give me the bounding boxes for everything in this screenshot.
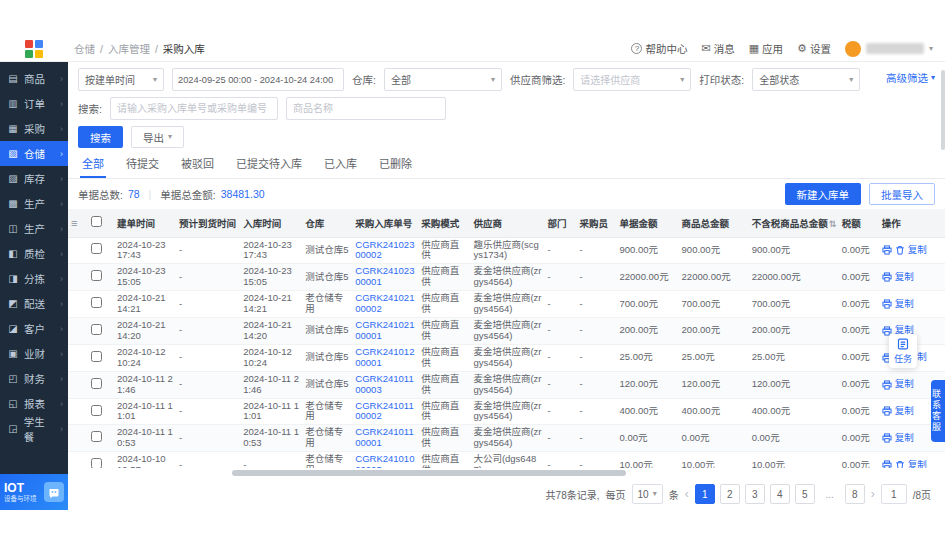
order-no-link[interactable]: CGRK241021 00001 [352,318,418,345]
page-button-1[interactable]: 1 [695,484,715,504]
per-page-select[interactable]: 10 ▾ [632,484,663,504]
iot-footer[interactable]: IOT 设备与环境 [0,474,68,510]
delete-icon[interactable] [895,245,905,255]
prev-page-button[interactable]: ‹ [685,487,689,501]
sidebar-menu: ▤ 商品 › ▥ 订单 › ▦ 采购 › ▧ 仓储 › ▨ 库存 › ▩ 生产 … [0,62,68,474]
copy-link[interactable]: 复制 [908,245,927,256]
row-checkbox[interactable] [91,431,102,442]
row-checkbox[interactable] [91,297,102,308]
date-range-picker[interactable]: 2024-09-25 00:00 - 2024-10-24 24:00 [172,68,344,91]
print-status-select[interactable]: 全部状态 ▾ [752,68,860,91]
vertical-scrollbar-thumb[interactable] [941,70,945,150]
export-button[interactable]: 导出 ▾ [131,126,184,148]
sidebar-item-finance[interactable]: ◰ 财务 › [0,366,68,391]
copy-link[interactable]: 复制 [895,433,914,444]
help-action[interactable]: ? 帮助中心 [631,41,687,56]
page-jump-input[interactable] [881,484,907,504]
cell-tax: 0.00元 [839,344,879,371]
copy-link[interactable]: 复制 [908,460,927,468]
order-no-link[interactable]: CGRK241021 00002 [352,291,418,318]
row-checkbox[interactable] [91,458,102,468]
row-checkbox[interactable] [91,324,102,335]
sort-icon[interactable]: ⇅ [829,219,837,229]
header-action-label: 应用 [762,41,783,56]
warehouse-select[interactable]: 全部 ▾ [384,68,502,91]
cell-build-time: 2024-10-12 10:24 [114,344,176,371]
sidebar-item-quality[interactable]: ◧ 质检 › [0,241,68,266]
horizontal-scrollbar-thumb[interactable] [232,470,626,476]
tab-4[interactable]: 已入库 [322,155,359,178]
sidebar-item-report[interactable]: ◱ 报表 › [0,391,68,416]
page-button-8[interactable]: 8 [845,484,865,504]
cell-tax: 0.00元 [839,425,879,452]
settings-action[interactable]: ⚙ 设置 [797,41,831,56]
page-button-2[interactable]: 2 [720,484,740,504]
order-no-link[interactable]: CGRK241010 00005 [352,452,418,468]
search-input[interactable] [110,97,278,120]
time-type-select[interactable]: 按建单时间 ▾ [78,68,164,91]
row-checkbox[interactable] [91,378,102,389]
advanced-filter-link[interactable]: 高级筛选 ▾ [886,70,935,85]
order-no-link[interactable]: CGRK241012 00001 [352,344,418,371]
print-icon[interactable] [882,460,892,468]
page-button-4[interactable]: 4 [770,484,790,504]
print-icon[interactable] [882,299,892,309]
column-settings-icon[interactable]: ≡ [71,217,77,229]
message-action[interactable]: ✉ 消息 [701,41,734,56]
supplier-select[interactable]: 请选择供应商 ▾ [573,68,691,91]
print-icon[interactable] [882,272,892,282]
order-no-link[interactable]: CGRK241011 00002 [352,398,418,425]
next-page-button[interactable]: › [871,487,875,501]
copy-link[interactable]: 复制 [895,379,914,390]
contact-support-fab[interactable]: 联系客服 [931,380,945,442]
breadcrumb-item[interactable]: 入库管理 [108,41,150,56]
tab-5[interactable]: 已删除 [377,155,414,178]
sidebar-item-warehouse[interactable]: ▧ 仓储 › [0,141,68,166]
sidebar-item-business-finance[interactable]: ▣ 业财 › [0,341,68,366]
print-icon[interactable] [882,245,892,255]
task-fab[interactable]: 任务 [889,334,917,368]
row-checkbox[interactable] [91,243,102,254]
order-no-link[interactable]: CGRK241011 00003 [352,371,418,398]
tab-1[interactable]: 待提交 [124,155,161,178]
sidebar-item-goods[interactable]: ▤ 商品 › [0,66,68,91]
row-checkbox[interactable] [91,351,102,362]
user-menu[interactable]: ▾ [845,41,933,57]
select-all-checkbox[interactable] [91,216,102,227]
copy-link[interactable]: 复制 [895,406,914,417]
copy-link[interactable]: 复制 [895,272,914,283]
print-icon[interactable] [882,380,892,390]
table-container: ≡ 建单时间预计到货时间入库时间仓库采购入库单号采购模式供应商部门采购员单据金额… [68,209,945,468]
order-no-link[interactable]: CGRK241011 00001 [352,425,418,452]
product-name-input[interactable] [286,97,446,120]
page-button-3[interactable]: 3 [745,484,765,504]
print-icon[interactable] [882,433,892,443]
sidebar-item-order[interactable]: ▥ 订单 › [0,91,68,116]
sidebar-item-sorting[interactable]: ◨ 分拣 › [0,266,68,291]
tab-0[interactable]: 全部 [80,155,106,178]
sidebar-item-production-2[interactable]: ◫ 生产 › [0,216,68,241]
sidebar-item-purchase[interactable]: ▦ 采购 › [0,116,68,141]
copy-link[interactable]: 复制 [895,299,914,310]
create-inbound-button[interactable]: 新建入库单 [785,183,862,205]
search-button[interactable]: 搜索 [78,126,123,148]
sidebar-item-production-1[interactable]: ▩ 生产 › [0,191,68,216]
sidebar-item-student-meal[interactable]: ◲ 学生餐 › [0,416,68,441]
breadcrumb-item[interactable]: 仓储 [74,41,95,56]
order-no-link[interactable]: CGRK241023 00001 [352,264,418,291]
vertical-scrollbar[interactable] [941,62,945,510]
horizontal-scrollbar[interactable] [78,469,935,477]
apps-action[interactable]: ▦ 应用 [749,41,783,56]
order-no-link[interactable]: CGRK241023 00002 [352,237,418,264]
print-icon[interactable] [882,406,892,416]
page-button-5[interactable]: 5 [795,484,815,504]
tab-2[interactable]: 被驳回 [179,155,216,178]
tab-3[interactable]: 已提交待入库 [234,155,304,178]
batch-import-button[interactable]: 批量导入 [869,183,935,205]
sidebar-item-delivery[interactable]: ◩ 配送 › [0,291,68,316]
delete-icon[interactable] [895,460,905,468]
sidebar-item-customer[interactable]: ◪ 客户 › [0,316,68,341]
sidebar-item-stock[interactable]: ▨ 库存 › [0,166,68,191]
row-checkbox[interactable] [91,405,102,416]
row-checkbox[interactable] [91,270,102,281]
